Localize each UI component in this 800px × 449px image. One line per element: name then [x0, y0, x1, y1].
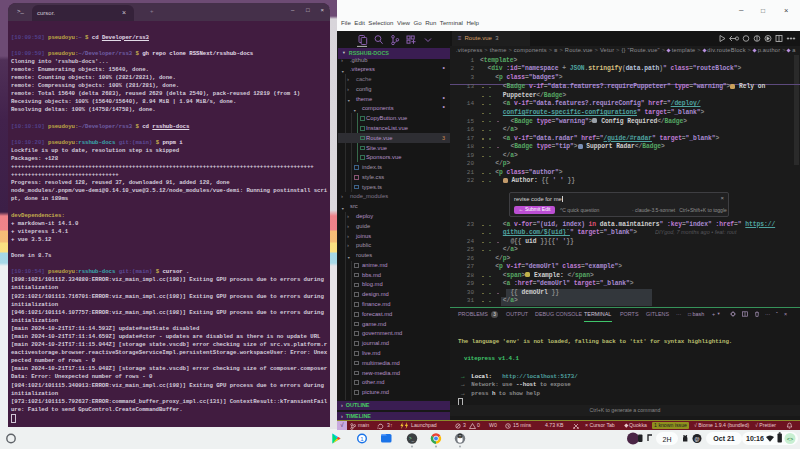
svg-text:_: _	[411, 437, 415, 442]
svg-text:<>: <>	[787, 436, 794, 443]
svg-text:Oct 21: Oct 21	[713, 435, 735, 442]
svg-text:2H: 2H	[663, 436, 672, 443]
svg-text:@: @	[694, 436, 700, 442]
svg-text:10:16: 10:16	[746, 435, 764, 442]
